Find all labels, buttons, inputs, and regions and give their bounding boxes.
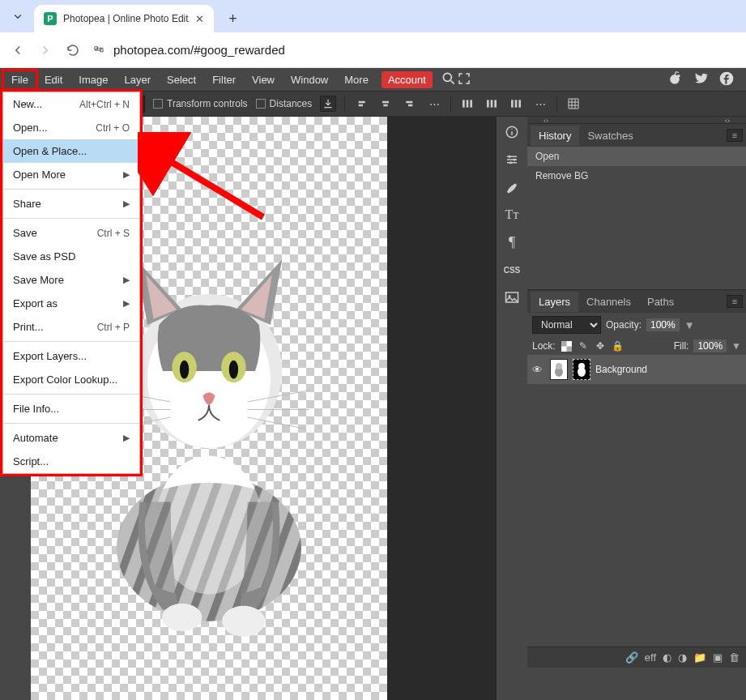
menuitem-export-as[interactable]: Export as▶ <box>3 292 139 315</box>
distribute-right-icon[interactable] <box>508 96 524 112</box>
tab-swatches[interactable]: Swatches <box>579 126 641 146</box>
delete-layer-icon[interactable]: 🗑 <box>729 651 740 664</box>
align-left-icon[interactable] <box>353 96 369 112</box>
layers-panel: Layers Channels Paths ≡ Normal Opacity: … <box>527 289 746 700</box>
menuitem-script[interactable]: Script... <box>3 450 139 473</box>
opacity-dropdown-icon[interactable]: ▼ <box>684 319 695 331</box>
history-entry[interactable]: Open <box>527 147 746 166</box>
more-align-icon[interactable]: ⋯ <box>426 96 442 112</box>
url-region[interactable]: photopea.com/#goog_rewarded <box>92 42 736 58</box>
new-layer-icon[interactable]: ▣ <box>713 651 723 664</box>
lock-move-icon[interactable]: ✥ <box>595 340 607 352</box>
image-panel-icon[interactable] <box>501 287 522 308</box>
reload-button[interactable] <box>65 42 81 58</box>
lock-paint-icon[interactable]: ✎ <box>578 340 590 352</box>
transform-controls-checkbox[interactable]: Transform controls <box>153 98 248 109</box>
download-icon[interactable] <box>320 96 336 112</box>
menuitem-print[interactable]: Print...Ctrl + P <box>3 315 139 339</box>
distribute-left-icon[interactable] <box>459 96 475 112</box>
menuitem-automate[interactable]: Automate▶ <box>3 426 139 450</box>
css-panel-icon[interactable]: CSS <box>501 259 522 280</box>
menu-file[interactable]: File <box>3 70 36 89</box>
brush-panel-icon[interactable] <box>501 177 522 198</box>
lock-transparency-icon[interactable] <box>561 340 573 352</box>
more-distribute-icon[interactable]: ⋯ <box>532 96 548 112</box>
layer-row[interactable]: 👁 Background <box>527 355 746 384</box>
lock-label: Lock: <box>532 340 556 352</box>
layer-effects-icon[interactable]: eff <box>645 651 656 664</box>
fill-label: Fill: <box>674 340 689 352</box>
menu-image[interactable]: Image <box>70 70 116 89</box>
character-panel-icon[interactable]: Tт <box>501 204 522 225</box>
menuitem-save-psd[interactable]: Save as PSD <box>3 245 139 268</box>
back-button[interactable] <box>10 42 26 58</box>
opacity-value[interactable]: 100% <box>646 318 680 331</box>
menuitem-share[interactable]: Share▶ <box>3 192 139 216</box>
new-group-icon[interactable]: 📁 <box>693 651 706 664</box>
reddit-icon[interactable] <box>667 70 683 89</box>
layers-panel-menu[interactable]: ≡ <box>727 295 743 308</box>
lock-all-icon[interactable]: 🔒 <box>612 340 624 352</box>
layer-name: Background <box>595 364 647 375</box>
arrow-left-icon <box>11 43 25 58</box>
url-text: photopea.com/#goog_rewarded <box>113 43 285 57</box>
menu-view[interactable]: View <box>244 70 283 89</box>
twitter-icon[interactable] <box>693 70 709 89</box>
fill-dropdown-icon[interactable]: ▼ <box>731 340 741 352</box>
distances-checkbox[interactable]: Distances <box>256 98 313 109</box>
tab-history[interactable]: History <box>531 126 579 146</box>
fullscreen-icon[interactable] <box>457 71 471 88</box>
svg-rect-8 <box>491 100 493 107</box>
menu-select[interactable]: Select <box>159 70 204 89</box>
paragraph-panel-icon[interactable]: ¶ <box>501 232 522 253</box>
svg-point-30 <box>180 361 189 379</box>
site-settings-icon[interactable] <box>92 42 105 58</box>
menu-more[interactable]: More <box>336 70 377 89</box>
layer-thumb[interactable] <box>550 359 568 380</box>
close-icon[interactable]: ✕ <box>195 13 204 25</box>
menu-edit[interactable]: Edit <box>36 70 70 89</box>
menuitem-open-place[interactable]: Open & Place... <box>3 139 139 163</box>
menuitem-export-layers[interactable]: Export Layers... <box>3 344 139 368</box>
forward-button[interactable] <box>37 42 53 58</box>
adjustment-layer-icon[interactable]: ◑ <box>678 651 687 664</box>
new-tab-button[interactable]: + <box>222 7 245 30</box>
facebook-icon[interactable] <box>718 70 735 89</box>
layer-mask-thumb[interactable] <box>573 359 590 380</box>
menuitem-export-color-lookup[interactable]: Export Color Lookup... <box>3 368 139 391</box>
tab-paths[interactable]: Paths <box>639 292 682 312</box>
menu-account[interactable]: Account <box>382 71 433 88</box>
menuitem-save-more[interactable]: Save More▶ <box>3 268 139 292</box>
tab-channels[interactable]: Channels <box>578 292 639 312</box>
menuitem-open[interactable]: Open...Ctrl + O <box>3 116 139 139</box>
history-panel-menu[interactable]: ≡ <box>727 129 743 142</box>
menubar-social <box>667 70 743 89</box>
align-center-h-icon[interactable] <box>377 96 394 112</box>
visibility-icon[interactable]: 👁 <box>532 364 545 376</box>
tabs-dropdown-button[interactable] <box>6 5 29 28</box>
tab-layers[interactable]: Layers <box>531 292 578 312</box>
search-icon[interactable] <box>441 70 457 89</box>
menuitem-save[interactable]: SaveCtrl + S <box>3 221 139 245</box>
history-entry[interactable]: Remove BG <box>527 166 746 186</box>
menuitem-open-more[interactable]: Open More▶ <box>3 163 139 186</box>
info-panel-icon[interactable] <box>501 122 522 143</box>
tab-bar: P Photopea | Online Photo Edit ✕ + <box>0 0 746 32</box>
fill-value[interactable]: 100% <box>693 339 727 352</box>
link-layers-icon[interactable]: 🔗 <box>625 651 638 664</box>
svg-rect-4 <box>463 100 465 107</box>
blend-mode-select[interactable]: Normal <box>532 316 601 334</box>
browser-tab[interactable]: P Photopea | Online Photo Edit ✕ <box>34 5 214 32</box>
menu-filter[interactable]: Filter <box>204 70 244 89</box>
align-right-icon[interactable] <box>402 96 418 112</box>
svg-rect-12 <box>519 100 522 107</box>
svg-point-2 <box>677 75 680 77</box>
menuitem-file-info[interactable]: File Info... <box>3 397 139 420</box>
adjustments-panel-icon[interactable] <box>501 149 522 170</box>
distribute-center-icon[interactable] <box>484 96 500 112</box>
menuitem-new[interactable]: New...Alt+Ctrl + N <box>3 92 139 116</box>
grid-icon[interactable] <box>565 96 582 112</box>
menu-layer[interactable]: Layer <box>117 70 160 89</box>
layer-mask-icon[interactable]: ◐ <box>663 651 671 664</box>
menu-window[interactable]: Window <box>283 70 336 89</box>
